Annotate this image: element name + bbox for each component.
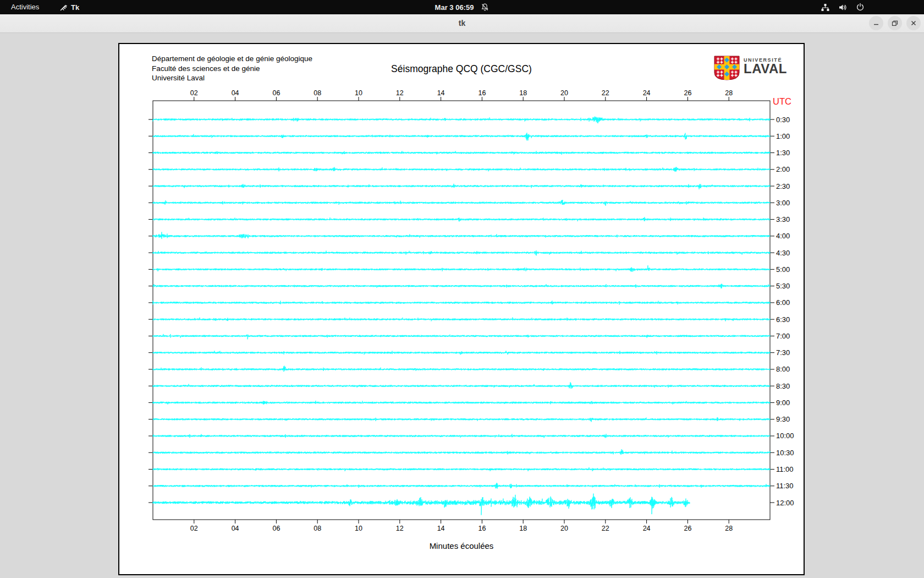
utc-row-label: 4:00 — [776, 232, 790, 240]
seismogram-trace — [153, 434, 770, 438]
x-tick-label-bottom: 08 — [314, 525, 321, 532]
x-tick-label-top: 26 — [684, 89, 691, 97]
seismogram-trace — [153, 494, 690, 515]
utc-row-label: 1:00 — [776, 132, 790, 140]
seismogram-trace — [153, 382, 770, 389]
x-tick-label-top: 10 — [355, 89, 362, 97]
utc-row-label: 5:30 — [776, 282, 790, 290]
seismogram-trace — [153, 265, 770, 272]
x-tick-label-bottom: 18 — [519, 525, 527, 532]
network-wired-icon — [821, 3, 830, 12]
restore-icon — [892, 20, 898, 26]
utc-row-label: 7:00 — [776, 332, 790, 340]
seismogram-trace — [153, 232, 770, 239]
utc-row-label: 2:00 — [776, 165, 790, 173]
seismogram-trace — [153, 284, 770, 288]
x-tick-label-top: 18 — [519, 89, 527, 97]
power-icon — [856, 3, 865, 12]
utc-row-label: 1:30 — [776, 149, 790, 157]
clock-label: Mar 3 06:59 — [435, 3, 474, 12]
seismogram-trace — [153, 184, 770, 189]
seismogram-trace — [153, 467, 770, 471]
seismogram-trace — [153, 417, 770, 422]
utc-row-label: 5:00 — [776, 265, 790, 274]
focused-app-menu[interactable]: Tk — [59, 0, 79, 14]
window-titlebar[interactable]: tk — [0, 14, 924, 33]
x-tick-label-bottom: 02 — [190, 525, 198, 532]
x-tick-label-bottom: 20 — [560, 525, 568, 532]
utc-row-label: 3:30 — [776, 215, 790, 223]
seismograph-canvas: Département de géologie et de génie géol… — [118, 43, 805, 575]
seismogram-trace — [153, 334, 770, 340]
utc-row-label: 7:30 — [776, 348, 790, 357]
tk-window-body: Département de géologie et de génie géol… — [0, 33, 924, 578]
x-tick-label-bottom: 10 — [355, 525, 362, 532]
utc-row-label: 8:00 — [776, 365, 790, 373]
seismogram-trace — [153, 200, 770, 206]
x-tick-label-bottom: 14 — [437, 525, 445, 532]
seismogram-trace — [153, 167, 770, 172]
x-tick-label-bottom: 12 — [396, 525, 404, 532]
seismogram-trace — [153, 217, 770, 221]
utc-row-label: 11:30 — [776, 482, 794, 490]
x-tick-label-top: 24 — [643, 89, 651, 97]
gnome-top-bar: Activities Tk Mar 3 06:59 — [0, 0, 924, 14]
x-tick-label-bottom: 04 — [232, 525, 239, 532]
seismogram-trace — [153, 117, 770, 123]
x-tick-label-top: 08 — [314, 89, 321, 97]
x-tick-label-bottom: 28 — [725, 525, 733, 532]
x-tick-label-bottom: 24 — [643, 525, 651, 532]
seismogram-trace — [153, 250, 770, 255]
clock-menu[interactable]: Mar 3 06:59 — [435, 0, 490, 14]
seismogram-trace — [153, 351, 770, 355]
plot-frame — [153, 101, 770, 520]
activities-button[interactable]: Activities — [7, 0, 43, 14]
utc-row-label: 10:00 — [776, 432, 794, 440]
x-tick-label-top: 02 — [190, 89, 198, 97]
x-tick-label-top: 04 — [232, 89, 239, 97]
focused-app-name: Tk — [71, 3, 79, 12]
window-title: tk — [0, 14, 924, 32]
x-tick-label-top: 20 — [560, 89, 568, 97]
x-tick-label-top: 14 — [437, 89, 445, 97]
tk-app-icon — [59, 3, 68, 12]
utc-row-label: 9:30 — [776, 415, 790, 423]
utc-row-label: 8:30 — [776, 382, 790, 390]
utc-row-label: 10:30 — [776, 449, 794, 457]
x-tick-label-bottom: 22 — [602, 525, 609, 532]
seismogram-trace — [153, 318, 770, 321]
utc-row-label: 3:00 — [776, 199, 790, 207]
helicorder-plot: 0202040406060808101012121414161618182020… — [119, 44, 804, 574]
notifications-disabled-icon — [480, 3, 489, 12]
minimize-button[interactable] — [869, 16, 883, 30]
utc-row-label: 9:00 — [776, 399, 790, 407]
close-icon — [910, 20, 917, 26]
x-tick-label-top: 16 — [478, 89, 486, 97]
x-tick-label-bottom: 06 — [272, 525, 280, 532]
x-tick-label-bottom: 16 — [478, 525, 486, 532]
seismogram-trace — [153, 301, 770, 304]
utc-row-label: 0:30 — [776, 116, 790, 124]
seismogram-trace — [153, 133, 770, 140]
seismogram-trace — [153, 151, 770, 155]
utc-row-label: 4:30 — [776, 249, 790, 257]
seismogram-trace — [153, 449, 770, 455]
x-tick-label-top: 12 — [396, 89, 404, 97]
maximize-button[interactable] — [888, 16, 902, 30]
system-status-area[interactable] — [821, 0, 865, 14]
volume-icon — [838, 3, 848, 12]
utc-row-label: 12:00 — [776, 499, 794, 507]
x-tick-label-bottom: 26 — [684, 525, 691, 532]
x-tick-label-top: 28 — [725, 89, 733, 97]
x-axis-label: Minutes écoulées — [153, 541, 770, 550]
x-tick-label-top: 06 — [272, 89, 280, 97]
minimize-icon — [873, 20, 879, 26]
utc-row-label: 2:30 — [776, 182, 790, 190]
utc-row-label: 11:00 — [776, 465, 794, 473]
seismogram-trace — [153, 401, 770, 405]
utc-row-label: 6:30 — [776, 315, 790, 324]
seismogram-trace — [153, 483, 770, 489]
utc-row-label: 6:00 — [776, 298, 790, 307]
close-button[interactable] — [906, 16, 921, 30]
seismogram-trace — [153, 366, 770, 372]
